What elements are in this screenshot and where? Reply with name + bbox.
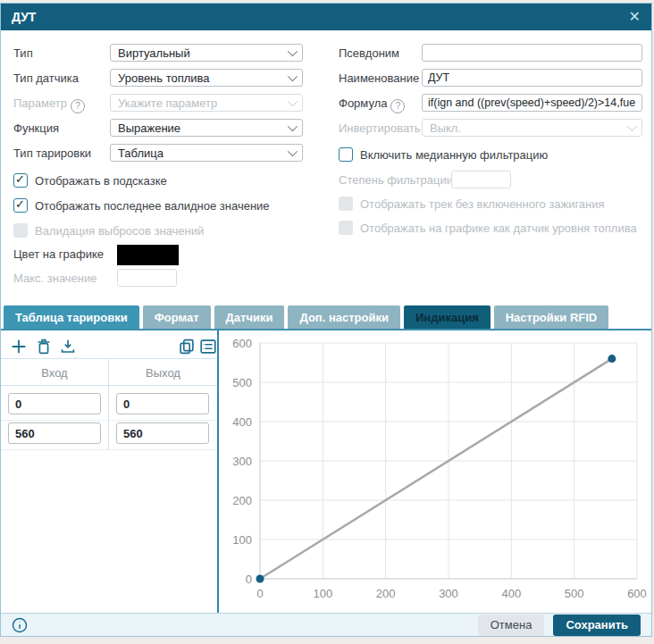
sensor-type-select[interactable]: Уровень топлива [110,69,303,87]
filter-degree-label: Степень фильтрации [339,171,453,189]
chevron-down-icon [288,71,298,81]
tab-format[interactable]: Формат [143,305,211,329]
tab-sensors[interactable]: Датчики [214,305,285,329]
svg-text:100: 100 [232,533,252,547]
cancel-button[interactable]: Отмена [478,615,545,636]
outlier-validation-checkbox [13,223,28,238]
table-toolbar [1,334,217,359]
tabs-bar: Таблица тарировки Формат Датчики Доп. на… [1,305,651,330]
help-icon[interactable]: ? [390,99,405,113]
name-label: Наименование [339,70,419,88]
add-row-icon[interactable] [9,337,29,356]
formula-label: Формула? [339,95,405,113]
calibration-tab-content: Вход Выход 01002003004005006000100200300… [1,330,651,613]
sensor-type-label: Тип датчика [13,70,79,88]
tab-rfid-settings[interactable]: Настройки RFID [494,305,609,329]
chevron-down-icon [288,46,298,56]
show-last-valid-label: Отображать последнее валидное значение [35,198,270,214]
table-cell-output[interactable] [116,393,209,414]
show-track-no-ignition-label: Отображать трек без включенного зажигани… [360,197,605,213]
import-icon[interactable] [58,337,78,356]
dialog-title: ДУТ [12,10,36,24]
chevron-down-icon [288,96,298,106]
type-label: Тип [13,45,33,63]
form-area: Тип Тип датчика Параметр? Функция Тип та… [1,30,651,305]
row-divider [1,449,217,450]
function-select[interactable]: Выражение [110,119,303,137]
median-filter-checkbox[interactable] [339,147,353,162]
svg-text:200: 200 [232,494,252,507]
list-view-icon[interactable] [198,337,218,356]
column-header-input: Вход [1,360,108,386]
invert-select: Выкл. [422,119,642,137]
chevron-down-icon [627,121,637,131]
show-track-no-ignition-checkbox [339,197,353,211]
chevron-down-icon [288,121,298,131]
show-as-fuel-sensor-checkbox [339,221,353,235]
filter-degree-input [451,171,511,188]
tab-indication[interactable]: Индикация [404,305,490,329]
svg-text:0: 0 [246,573,252,586]
svg-text:0: 0 [256,587,263,600]
show-in-tooltip-checkbox[interactable] [13,173,28,188]
info-icon[interactable] [11,616,29,634]
table-cell-output[interactable] [116,422,209,444]
alias-input[interactable] [422,44,642,62]
show-last-valid-checkbox[interactable] [13,198,28,213]
alias-label: Псевдоним [339,45,399,63]
show-in-tooltip-label: Отображать в подсказке [35,173,167,189]
save-button[interactable]: Сохранить [553,615,641,636]
screen: ДУТ ✕ Тип Тип датчика Параметр? Функция … [0,0,654,644]
invert-label: Инвертировать [339,120,421,138]
svg-text:200: 200 [376,587,396,600]
calibration-chart: 01002003004005006000100200300400500600 [219,330,653,613]
svg-text:100: 100 [313,587,332,600]
table-header: Вход Выход [1,360,217,386]
formula-input[interactable] [422,94,642,112]
parameter-select: Укажите параметр [110,94,303,112]
table-cell-input[interactable] [8,422,101,444]
chart-color-swatch[interactable] [117,245,179,265]
calibration-table-panel: Вход Выход [1,330,217,613]
max-value-input [117,269,177,287]
close-icon[interactable]: ✕ [629,10,641,24]
calibration-type-label: Тип тарировки [13,145,91,163]
copy-icon[interactable] [177,337,197,356]
outlier-validation-label: Валидация выбросов значений [35,223,204,239]
svg-text:400: 400 [232,415,252,429]
dialog-titlebar: ДУТ ✕ [1,4,651,30]
chevron-down-icon [288,146,298,156]
sensor-properties-dialog: ДУТ ✕ Тип Тип датчика Параметр? Функция … [0,3,652,637]
svg-text:600: 600 [627,587,647,600]
svg-text:400: 400 [501,587,521,600]
table-cell-input[interactable] [8,393,101,414]
function-label: Функция [13,120,59,138]
chart-color-label: Цвет на графике [13,246,104,263]
column-separator [108,360,109,450]
svg-text:300: 300 [232,455,252,468]
help-icon[interactable]: ? [71,99,85,113]
svg-text:500: 500 [232,376,252,389]
tab-extra-settings[interactable]: Доп. настройки [288,305,400,329]
type-select[interactable]: Виртуальный [110,44,303,62]
svg-text:500: 500 [565,587,584,600]
chart-area: 01002003004005006000100200300400500600 [219,330,653,613]
dialog-footer: Отмена Сохранить [1,613,651,636]
parameter-label: Параметр? [13,95,85,113]
calibration-type-select[interactable]: Таблица [110,144,303,162]
show-as-fuel-sensor-label: Отображать на графике как датчик уровня … [360,221,637,237]
svg-text:300: 300 [439,587,458,600]
max-value-label: Макс. значение [13,270,97,288]
svg-text:600: 600 [232,337,252,350]
column-header-output: Выход [109,360,217,386]
row-divider [1,420,217,421]
tab-calibration-table[interactable]: Таблица тарировки [4,305,139,329]
name-input[interactable] [422,69,642,87]
delete-row-icon[interactable] [34,337,54,356]
median-filter-label: Включить медианную фильтрацию [360,147,548,163]
